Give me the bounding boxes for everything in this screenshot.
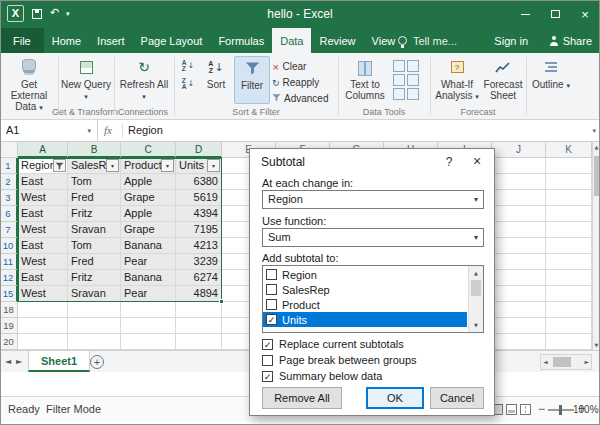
list-scroll-down-icon[interactable]: ▼ [469,319,483,331]
subtotal-item-salesrep[interactable]: SalesRep [263,282,467,297]
page-layout-view-icon[interactable] [506,404,517,415]
cell-B2[interactable]: Tom [68,174,121,190]
cell-C7[interactable]: Grape [121,222,176,238]
outline-button[interactable]: Outline ▾ [530,56,572,116]
filter-dropdown-C1[interactable]: ▾ [161,159,174,172]
cell-K2[interactable] [546,174,592,190]
cell-C3[interactable]: Grape [121,190,176,206]
row-header-10[interactable]: 10 [0,238,18,254]
cell-A12[interactable]: East [18,270,68,286]
cell-D2[interactable]: 6380 [176,174,222,190]
cell-K20[interactable] [546,334,592,350]
column-header-A[interactable]: A [18,142,68,158]
name-box[interactable]: A1 ▾ [0,120,98,142]
formula-bar-expand-icon[interactable]: ▾ [592,120,596,142]
add-subtotal-listbox[interactable]: RegionSalesRepProduct✓Units ▲ ▼ [262,265,484,333]
cell-K18[interactable] [546,302,592,318]
column-header-K[interactable]: K [546,142,592,158]
manage-data-model-icon[interactable] [407,88,419,100]
row-header-1[interactable]: 1 [0,158,18,174]
what-if-analysis-button[interactable]: ? What-If Analysis ▾ [434,56,480,104]
column-header-D[interactable]: D [176,142,222,158]
row-header-19[interactable]: 19 [0,318,18,334]
scroll-down-icon[interactable]: ▼ [593,342,600,348]
dialog-option-2[interactable]: ✓Summary below data [262,368,417,384]
formula-input[interactable]: Region [128,120,584,142]
cell-D10[interactable]: 4213 [176,238,222,254]
cell-B3[interactable]: Fred [68,190,121,206]
cell-B11[interactable]: Fred [68,254,121,270]
scroll-up-icon[interactable]: ▲ [593,144,600,150]
cell-B10[interactable]: Tom [68,238,121,254]
minimize-button[interactable] [510,0,540,28]
cell-K15[interactable] [546,286,592,302]
cell-J12[interactable] [492,270,546,286]
advanced-filter-button[interactable]: Advanced [272,91,328,106]
cell-A7[interactable]: West [18,222,68,238]
cell-C11[interactable]: Pear [121,254,176,270]
cell-J19[interactable] [492,318,546,334]
subtotal-item-region[interactable]: Region [263,267,467,282]
cell-C18[interactable] [121,302,176,318]
column-header-C[interactable]: C [121,142,176,158]
sort-ascending-button[interactable]: AZ↓ [178,58,198,73]
zoom-out-button[interactable]: − [538,397,545,422]
checkbox[interactable] [262,355,273,366]
horizontal-scrollbar[interactable]: ◄ ► [540,354,592,370]
cell-D7[interactable]: 7195 [176,222,222,238]
ok-button[interactable]: OK [366,387,424,409]
cell-C12[interactable]: Banana [121,270,176,286]
filter-button[interactable]: Filter [234,56,270,104]
list-scroll-up-icon[interactable]: ▲ [469,267,483,279]
cell-C2[interactable]: Apple [121,174,176,190]
zoom-slider[interactable] [548,409,574,411]
cell-J3[interactable] [492,190,546,206]
cell-A1[interactable]: Region [18,158,68,174]
share-button[interactable]: Share [549,28,592,53]
cell-J10[interactable] [492,238,546,254]
cell-A10[interactable]: East [18,238,68,254]
subtotal-item-units[interactable]: ✓Units [263,312,467,327]
cell-K1[interactable] [546,158,592,174]
text-to-columns-button[interactable]: Text to Columns [342,56,388,104]
cell-B19[interactable] [68,318,121,334]
horizontal-scrollbar-thumb[interactable] [553,357,571,367]
vertical-scrollbar-thumb[interactable] [594,156,599,196]
flash-fill-icon[interactable] [393,60,405,72]
tab-formulas[interactable]: Formulas [210,28,272,53]
sign-in-button[interactable]: Sign in [494,28,528,53]
cell-A18[interactable] [18,302,68,318]
checkbox-units[interactable]: ✓ [266,314,277,325]
cell-A11[interactable]: West [18,254,68,270]
sheet-tab-sheet1[interactable]: Sheet1 [28,351,90,372]
maximize-button[interactable] [540,0,570,28]
checkbox-product[interactable] [266,299,277,310]
cell-J1[interactable] [492,158,546,174]
cell-K19[interactable] [546,318,592,334]
at-each-change-dropdown[interactable]: Region ▾ [262,190,484,209]
cell-B1[interactable]: SalesRep▾ [68,158,121,174]
cell-A2[interactable]: East [18,174,68,190]
cell-K7[interactable] [546,222,592,238]
name-box-dropdown-icon[interactable]: ▾ [87,120,91,142]
cell-D6[interactable]: 4394 [176,206,222,222]
cell-J11[interactable] [492,254,546,270]
sheet-nav-right-icon[interactable]: ► [16,351,22,373]
scroll-left-icon[interactable]: ◄ [543,355,548,369]
filter-dropdown-D1[interactable]: ▾ [207,159,220,172]
row-header-15[interactable]: 15 [0,286,18,302]
tab-review[interactable]: Review [311,28,363,53]
vertical-scrollbar[interactable]: ▲ ▼ [592,142,600,350]
cell-B20[interactable] [68,334,121,350]
filter-dropdown-A1[interactable] [53,159,66,172]
subtotal-item-product[interactable]: Product [263,297,467,312]
zoom-level[interactable]: 100% [573,397,597,422]
quick-access-customize-icon[interactable]: ▾ [66,10,70,18]
cell-K6[interactable] [546,206,592,222]
tell-me-box[interactable]: Tell me... [398,28,457,53]
cell-J7[interactable] [492,222,546,238]
row-header-2[interactable]: 2 [0,174,18,190]
list-scrollbar[interactable]: ▲ ▼ [468,266,483,332]
row-header-11[interactable]: 11 [0,254,18,270]
filter-dropdown-B1[interactable]: ▾ [106,159,119,172]
